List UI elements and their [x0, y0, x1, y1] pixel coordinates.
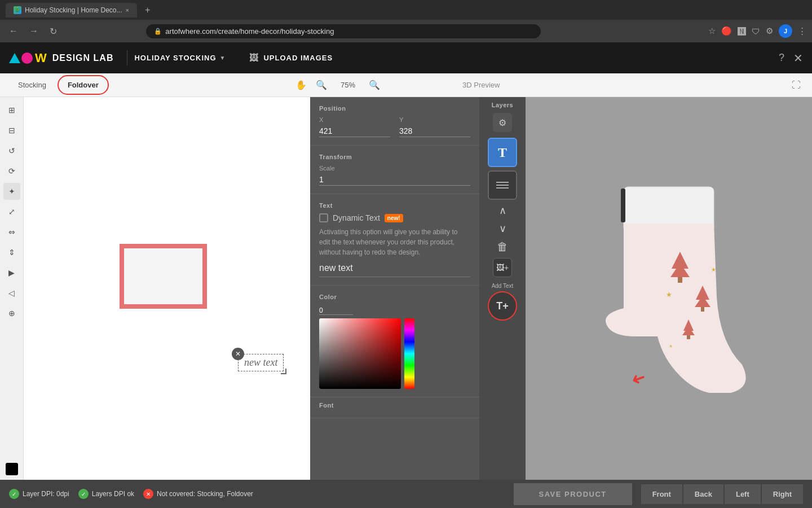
view-back-button[interactable]: Back — [683, 484, 723, 504]
tool-distribute-button[interactable]: ◁ — [3, 284, 20, 301]
x-axis-label: X — [319, 116, 390, 123]
color-gradient-picker[interactable] — [319, 318, 401, 389]
reload-button[interactable]: ↻ — [46, 24, 60, 39]
delete-text-button[interactable]: ✕ — [232, 348, 244, 360]
svg-text:★: ★ — [669, 344, 673, 349]
fullscreen-button[interactable]: ⛶ — [789, 78, 803, 93]
tool-crop-button[interactable]: ↺ — [3, 142, 20, 159]
save-product-button[interactable]: SAVE PRODUCT — [514, 483, 632, 505]
logo-w-icon: W — [35, 51, 47, 65]
tool-rotate-button[interactable]: ⟳ — [3, 163, 20, 179]
status-label-2: Layers DPI ok — [92, 490, 134, 498]
sub-header-left: Stocking Foldover — [9, 75, 178, 95]
preview-area: ★ ★ ★ ➜ — [526, 97, 812, 480]
layer-up-button[interactable]: ∧ — [498, 203, 508, 218]
profile-avatar[interactable]: J — [779, 24, 792, 38]
scale-label: Scale — [319, 165, 470, 172]
product-selector[interactable]: HOLIDAY STOCKING ▼ — [127, 50, 232, 65]
resize-handle[interactable] — [281, 369, 286, 374]
view-front-button[interactable]: Front — [641, 484, 682, 504]
settings-button[interactable]: ⚙ — [493, 113, 512, 132]
zoom-pan-button[interactable]: ✋ — [293, 77, 309, 93]
status-label-1: Layer DPI: 0dpi — [23, 490, 69, 498]
x-input[interactable] — [319, 125, 390, 137]
text-section: Text Dynamic Text new! Activating this o… — [310, 194, 479, 286]
svg-rect-4 — [678, 277, 682, 283]
text-element[interactable]: ✕ new text — [238, 354, 284, 371]
layer-text-button[interactable]: T — [488, 138, 517, 167]
layer-image-button[interactable] — [488, 170, 517, 200]
position-section: Position X Y — [310, 97, 479, 146]
canvas-content: ✕ new text — [24, 97, 310, 480]
zoom-in-button[interactable]: 🔍 — [367, 77, 382, 93]
dynamic-text-checkbox[interactable] — [319, 213, 328, 222]
app-header: W DESIGN LAB HOLIDAY STOCKING ▼ 🖼 UPLOAD… — [0, 42, 812, 73]
sub-header: Stocking Foldover ✋ 🔍 75% 🔍 3D Preview ⛶ — [0, 73, 812, 97]
tool-scale-button[interactable]: ⤢ — [3, 203, 20, 220]
delete-layer-button[interactable]: 🗑 — [496, 239, 509, 255]
view-left-button[interactable]: Left — [725, 484, 761, 504]
status-green-icon-2: ✓ — [78, 489, 89, 499]
text-display-value: new text — [319, 263, 353, 273]
back-button[interactable]: ← — [6, 24, 21, 38]
color-swatch-container — [6, 463, 18, 475]
browser-tab[interactable]: 🎄 Holiday Stocking | Home Deco... × — [6, 3, 137, 17]
ext1-icon[interactable]: 🔴 — [721, 26, 732, 36]
tool-select-button[interactable]: ⊞ — [3, 102, 20, 119]
canvas-area[interactable]: ✕ new text — [24, 97, 310, 480]
zoom-out-button[interactable]: 🔍 — [314, 77, 329, 93]
color-picker-container — [319, 318, 470, 389]
ext2-icon[interactable]: 🅽 — [738, 27, 746, 36]
tab-close-button[interactable]: × — [126, 7, 129, 14]
upload-images-button[interactable]: 🖼 UPLOAD IMAGES — [241, 50, 341, 67]
add-text-button[interactable]: T+ — [488, 291, 517, 321]
url-text: artofwhere.com/create/home-decor/holiday… — [165, 27, 334, 36]
scale-input[interactable] — [319, 174, 470, 186]
tab-stocking[interactable]: Stocking — [9, 76, 55, 94]
y-input[interactable] — [399, 125, 470, 137]
ext3-icon[interactable]: 🛡 — [752, 27, 760, 36]
add-image-button[interactable]: 🖼+ — [493, 258, 512, 277]
tool-frame-button[interactable]: ⊟ — [3, 122, 20, 139]
x-coord-group: X — [319, 116, 390, 137]
header-right: ? ✕ — [779, 51, 803, 65]
tab-foldover[interactable]: Foldover — [58, 75, 109, 95]
extensions-icon[interactable]: ⚙ — [766, 26, 773, 36]
sub-header-right: ⛶ — [789, 78, 803, 93]
lock-icon: 🔒 — [154, 28, 162, 35]
menu-icon[interactable]: ⋮ — [798, 26, 806, 36]
y-coord-group: Y — [399, 116, 470, 137]
layer-down-button[interactable]: ∨ — [498, 221, 508, 236]
y-axis-label: Y — [399, 116, 470, 123]
star-icon[interactable]: ☆ — [708, 26, 716, 36]
color-spectrum[interactable] — [404, 318, 414, 389]
tool-move-button[interactable]: ✦ — [3, 183, 20, 200]
tool-flip-h-button[interactable]: ⇔ — [3, 224, 20, 240]
dynamic-text-description: Activating this option will give you the… — [319, 227, 470, 257]
product-name: HOLIDAY STOCKING — [134, 54, 216, 62]
bottom-bar: ✓ Layer DPI: 0dpi ✓ Layers DPI ok ✕ Not … — [0, 480, 812, 508]
help-icon[interactable]: ? — [779, 52, 784, 64]
layer-T-icon: T — [498, 145, 507, 160]
url-bar[interactable]: 🔒 artofwhere.com/create/home-decor/holid… — [146, 24, 541, 38]
status-not-covered: ✕ Not covered: Stocking, Foldover — [143, 489, 253, 499]
text-label: Text — [319, 202, 470, 209]
layers-title: Layers — [492, 102, 513, 108]
close-app-button[interactable]: ✕ — [793, 51, 803, 65]
color-label: Color — [319, 294, 470, 300]
font-label: Font — [319, 402, 470, 409]
tool-align-button[interactable]: ▶ — [3, 264, 20, 281]
browser-chrome: 🎄 Holiday Stocking | Home Deco... × + — [0, 0, 812, 20]
color-swatch[interactable] — [6, 463, 18, 475]
new-tab-button[interactable]: + — [142, 5, 153, 15]
svg-rect-7 — [701, 307, 704, 312]
color-hex-input[interactable] — [319, 306, 353, 315]
properties-panel: Position X Y Transform Scale Text — [310, 97, 479, 480]
forward-button[interactable]: → — [26, 24, 42, 38]
view-right-button[interactable]: Right — [762, 484, 803, 504]
tool-flip-v-button[interactable]: ⇕ — [3, 244, 20, 261]
add-text-section: Add Text T+ — [488, 283, 517, 321]
status-layers-dpi: ✓ Layers DPI ok — [78, 489, 134, 499]
tool-view-button[interactable]: ⊕ — [3, 305, 20, 322]
transform-section: Transform Scale — [310, 146, 479, 194]
